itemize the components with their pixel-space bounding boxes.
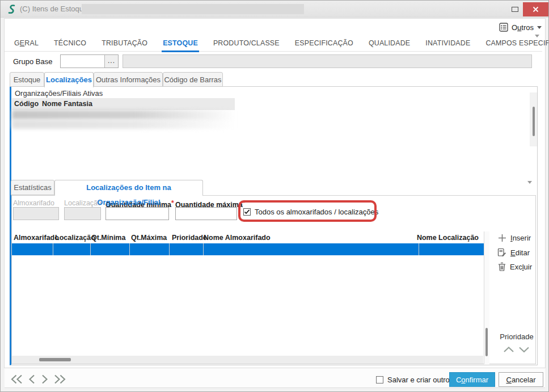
maximize-button[interactable]	[507, 2, 522, 16]
col-qt-maxima[interactable]: Qt.Máxima	[131, 234, 167, 242]
titlebar[interactable]: (C) Itens de Estoque	[1, 1, 549, 18]
todos-almoxarifados-label: Todos os almoxarifados / localizações	[255, 208, 378, 216]
todos-almoxarifados-checkbox[interactable]	[243, 208, 251, 216]
plus-icon	[498, 234, 506, 242]
confirmar-label: Confirmar	[456, 376, 488, 384]
subtab-outras-informacoes[interactable]: Outras Informações	[94, 72, 163, 87]
localizacao-input	[64, 207, 101, 220]
footer-divider	[5, 387, 545, 388]
prioridade-label: Prioridade	[495, 332, 538, 341]
editar-label: Editar	[510, 248, 530, 257]
inserir-button[interactable]: Inserir	[498, 234, 531, 242]
org-grid-scrollbar[interactable]	[530, 92, 537, 146]
tab-geral[interactable]: GERAL	[13, 39, 40, 52]
priority-up-button[interactable]	[502, 344, 516, 355]
stattab-localizacoes-do-item[interactable]: Localizações do Item na Organização/Fili…	[54, 180, 203, 196]
org-row-redacted[interactable]	[12, 110, 237, 120]
confirmar-button[interactable]: Confirmar	[449, 372, 495, 387]
salvar-criar-outro-label: Salvar e criar outro	[387, 376, 450, 384]
required-marker: *	[243, 199, 246, 207]
table-horizontal-scrollbar-thumb[interactable]	[39, 358, 71, 361]
previous-record-button[interactable]	[28, 374, 36, 384]
grupo-base-fieldbox: ...	[60, 54, 119, 68]
last-record-button[interactable]	[53, 374, 66, 384]
stattab-estatisticas[interactable]: Estatísticas	[11, 180, 54, 195]
grupo-base-linked-field	[123, 54, 532, 68]
window-title: (C) Itens de Estoque	[20, 1, 87, 18]
tab-tecnico[interactable]: TÉCNICO	[53, 39, 87, 52]
tab-produto-classe[interactable]: PRODUTO/CLASSE	[212, 39, 281, 52]
org-section-title: Organizações/Filiais Ativas	[15, 89, 103, 98]
next-page-icon	[41, 374, 48, 384]
next-record-button[interactable]	[41, 374, 48, 384]
col-localizacao[interactable]: Localização	[55, 234, 95, 242]
table-vertical-scrollbar-thumb[interactable]	[485, 328, 488, 356]
first-record-button[interactable]	[10, 374, 23, 384]
almoxarifado-label: Almoxarifado	[13, 199, 54, 207]
col-almoxarifado[interactable]: Almoxarifado	[14, 234, 59, 242]
qt-maxima-input[interactable]	[175, 207, 237, 220]
app-logo-icon	[7, 4, 16, 15]
salvar-criar-outro-checkbox[interactable]	[376, 376, 383, 383]
table-row-selected[interactable]	[12, 243, 484, 255]
close-button[interactable]	[523, 2, 548, 16]
col-nome-localizacao[interactable]: Nome Localização	[417, 234, 479, 242]
previous-page-icon	[28, 374, 36, 384]
almoxarifado-input	[13, 207, 59, 220]
close-icon	[533, 6, 539, 12]
check-icon	[244, 209, 250, 215]
tab-especificacao[interactable]: ESPECIFICAÇÃO	[294, 39, 354, 52]
grupo-base-lookup-button[interactable]: ...	[104, 55, 118, 68]
editar-button[interactable]: Editar	[497, 248, 530, 257]
chevron-down-icon	[518, 346, 530, 353]
grupo-base-label: Grupo Base	[13, 57, 52, 66]
section-collapse-button[interactable]	[527, 181, 532, 184]
subtab-localizacoes[interactable]: Localizações	[44, 72, 94, 87]
inserir-label: Inserir	[510, 234, 531, 242]
col-prioridade[interactable]: Prioridade	[172, 234, 207, 242]
grupo-base-input[interactable]	[61, 55, 104, 68]
localizacoes-do-item-panel	[11, 195, 536, 364]
tab-overflow-button[interactable]	[535, 35, 539, 37]
cancelar-label: Cancelar	[506, 376, 535, 384]
tab-tributacao[interactable]: TRIBUTAÇÃO	[100, 39, 149, 52]
outros-button[interactable]: Outros	[499, 21, 542, 33]
col-qt-minima[interactable]: Qt.Mínima	[91, 234, 125, 242]
chevron-up-icon	[503, 346, 514, 353]
outros-label: Outros	[512, 23, 534, 32]
trash-icon	[498, 262, 506, 271]
org-column-nome-fantasia[interactable]: Nome Fantasia	[42, 100, 92, 108]
tab-campos-especificos[interactable]: CAMPOS ESPECIFICOS	[484, 39, 549, 52]
maximize-icon	[512, 7, 518, 12]
subtab-codigo-de-barras[interactable]: Código de Barras	[163, 72, 223, 87]
record-navigation	[10, 374, 66, 384]
main-tab-bar: GERAL TÉCNICO TRIBUTAÇÃO ESTOQUE PRODUTO…	[13, 39, 549, 52]
salvar-criar-outro-row: Salvar e criar outro	[376, 376, 450, 384]
priority-down-button[interactable]	[517, 344, 531, 355]
table-horizontal-scrollbar[interactable]	[12, 356, 483, 364]
title-redacted-text	[82, 4, 304, 14]
list-icon	[499, 23, 508, 32]
app-window: (C) Itens de Estoque Outros GERAL TÉCNIC…	[0, 0, 549, 392]
edit-icon	[497, 248, 506, 257]
excluir-button[interactable]: Excluir	[498, 262, 532, 271]
localizacao-label: Localização	[64, 199, 102, 207]
required-marker: *	[171, 199, 174, 207]
subtab-estoque[interactable]: Estoque	[10, 72, 44, 87]
tab-inatividade[interactable]: INATIVIDADE	[424, 39, 471, 52]
cancelar-button[interactable]: Cancelar	[499, 372, 543, 387]
tab-qualidade[interactable]: QUALIDADE	[368, 39, 411, 52]
col-nome-almoxarifado[interactable]: Nome Almoxarifado	[204, 234, 271, 242]
first-page-icon	[10, 374, 23, 384]
org-grid-scrollbar-thumb[interactable]	[533, 107, 535, 136]
chevron-down-icon	[537, 26, 542, 29]
org-column-codigo[interactable]: Código	[14, 100, 39, 108]
todos-almoxarifados-row: Todos os almoxarifados / localizações	[243, 208, 378, 216]
org-row-redacted[interactable]	[12, 120, 237, 129]
excluir-label: Excluir	[510, 263, 532, 271]
last-page-icon	[53, 374, 66, 384]
tab-estoque[interactable]: ESTOQUE	[162, 39, 199, 52]
